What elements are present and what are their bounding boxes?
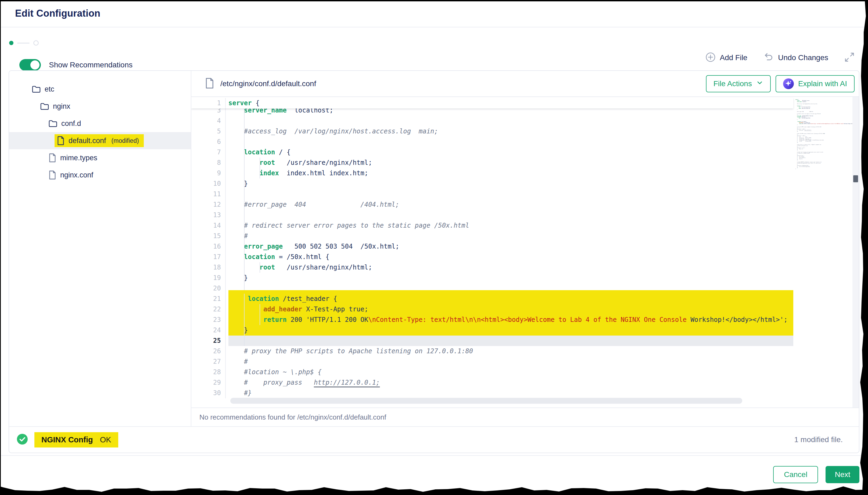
add-file-label: Add File (720, 53, 747, 62)
status-value: OK (100, 436, 111, 444)
recommendations-bar: No recommendations found for /etc/nginx/… (191, 408, 859, 426)
cancel-button[interactable]: Cancel (773, 466, 818, 483)
code-line: 24 } (191, 325, 793, 336)
expand-icon (844, 52, 855, 64)
highlight-top-strip (228, 290, 793, 294)
panel-main: etcnginxconf.ddefault.conf(modified)mime… (9, 71, 859, 426)
code-lines: 3 server_name localhost;45 #access_log /… (191, 105, 793, 398)
code-line: 21 location /test_header { (191, 294, 793, 304)
file-icon (205, 77, 214, 90)
tree-item-nginx.conf[interactable]: nginx.conf (9, 167, 191, 184)
wizard-stepper (9, 40, 39, 46)
code-line: 23 return 200 'HTTP/1.1 200 OK\nContent-… (191, 314, 793, 325)
tree-item-mime.types[interactable]: mime.types (9, 149, 191, 167)
code-line-sticky: 1server { (191, 98, 793, 108)
show-recommendations-toggle[interactable] (19, 59, 41, 71)
page-title: Edit Configuration (15, 8, 100, 19)
code-line: 12 #error_page 404 /404.html; (191, 200, 793, 210)
editor-header: /etc/nginx/conf.d/default.conf File Acti… (191, 71, 859, 97)
nginx-config-status-badge: NGINX Config OK (34, 432, 118, 447)
minimap[interactable]: server { listen 80 default_server; serve… (796, 99, 852, 400)
tree-item-label: etc (45, 85, 54, 93)
code-line: 28 #location ~ \.php$ { (191, 367, 793, 377)
ai-sparkle-icon (783, 79, 794, 89)
code-line: 9 index index.html index.htm; (191, 168, 793, 178)
folder-icon (40, 102, 49, 110)
code-line: 19 } (191, 273, 793, 283)
code-line: 11 (191, 189, 793, 200)
file-path: /etc/nginx/conf.d/default.conf (220, 80, 316, 88)
code-editor[interactable]: 1server { 3 server_name localhost;45 #ac… (191, 97, 859, 408)
tree-item-nginx[interactable]: nginx (9, 98, 191, 115)
show-recommendations-row: Show Recommendations (19, 59, 132, 71)
modified-files-note: 1 modified file. (794, 436, 843, 444)
code-line: 25 (191, 336, 793, 346)
code-line: 18 root /usr/share/nginx/html; (191, 262, 793, 273)
edit-configuration-modal: Edit Configuration Show Recommendations … (0, 0, 868, 495)
code-line: 26 # proxy the PHP scripts to Apache lis… (191, 346, 793, 357)
status-label: NGINX Config (42, 436, 93, 444)
file-icon (57, 136, 65, 146)
code-line: 10 } (191, 178, 793, 189)
step-1-indicator (9, 41, 13, 45)
expand-button[interactable] (844, 52, 855, 64)
code-line: 5 #access_log /var/log/nginx/host.access… (191, 126, 793, 137)
tree-item-label: nginx (53, 102, 70, 110)
tree-item-conf.d[interactable]: conf.d (9, 115, 191, 132)
check-circle-icon (17, 433, 28, 446)
code-line: 4 (191, 116, 793, 126)
code-line: 30 #} (191, 388, 793, 398)
stepper-connector (17, 43, 30, 44)
file-actions-label: File Actions (714, 80, 752, 88)
code-line: 29 # proxy_pass http://127.0.0.1; (191, 377, 793, 388)
folder-icon (32, 85, 41, 93)
undo-changes-button[interactable]: Undo Changes (763, 52, 828, 64)
configuration-panel: etcnginxconf.ddefault.conf(modified)mime… (9, 70, 859, 453)
editor-column: /etc/nginx/conf.d/default.conf File Acti… (191, 71, 859, 426)
step-2-indicator (33, 40, 39, 46)
torn-edge-top (0, 0, 868, 1)
tree-item-etc[interactable]: etc (9, 81, 191, 98)
torn-edge-bottom (0, 482, 868, 495)
editor-horizontal-scrollbar-thumb[interactable] (230, 398, 742, 404)
explain-with-ai-button[interactable]: Explain with AI (775, 75, 855, 92)
code-line: 27 # (191, 357, 793, 367)
file-actions-button[interactable]: File Actions (706, 75, 771, 92)
code-line: 16 error_page 500 502 503 504 /50x.html; (191, 241, 793, 252)
code-line: 8 root /usr/share/nginx/html; (191, 157, 793, 168)
code-line: 6 (191, 137, 793, 147)
tree-item-label: conf.d (61, 119, 81, 128)
code-line: 15 # (191, 231, 793, 241)
file-icon (48, 170, 56, 180)
modal-header: Edit Configuration (0, 0, 868, 28)
code-line: 7 location / { (191, 147, 793, 157)
code-line: 17 location = /50x.html { (191, 252, 793, 262)
no-recommendations-text: No recommendations found for /etc/nginx/… (199, 413, 386, 422)
code-line: 14 # redirect server error pages to the … (191, 220, 793, 231)
topbar-actions: Add File Undo Changes (705, 52, 855, 64)
undo-icon (763, 52, 774, 64)
folder-icon (48, 119, 58, 127)
code-line: 13 (191, 210, 793, 220)
add-file-button[interactable]: Add File (705, 52, 747, 64)
torn-edge-right (857, 0, 868, 495)
tree-item-label: mime.types (60, 154, 97, 162)
code-line: 22 add_header X-Test-App true; (191, 304, 793, 314)
code-sticky-row-host: 1server { (191, 98, 859, 108)
torn-edge-left (0, 0, 1, 489)
modal-footer: Cancel Next (0, 455, 868, 483)
file-tree: etcnginxconf.ddefault.conf(modified)mime… (9, 71, 191, 426)
chevron-down-icon (756, 79, 763, 88)
file-icon (48, 153, 56, 163)
undo-changes-label: Undo Changes (778, 53, 828, 62)
editor-header-buttons: File Actions Explain with AI (706, 75, 855, 92)
next-button[interactable]: Next (825, 466, 859, 483)
panel-footer: NGINX Config OK 1 modified file. (9, 426, 859, 453)
modified-tag: (modified) (112, 137, 139, 144)
add-file-icon (705, 52, 716, 64)
tree-item-label: default.conf (68, 137, 106, 145)
explain-with-ai-label: Explain with AI (798, 80, 847, 88)
tree-item-default.conf[interactable]: default.conf(modified) (9, 132, 191, 149)
tree-item-label: nginx.conf (60, 171, 93, 179)
toggle-knob (30, 61, 39, 70)
